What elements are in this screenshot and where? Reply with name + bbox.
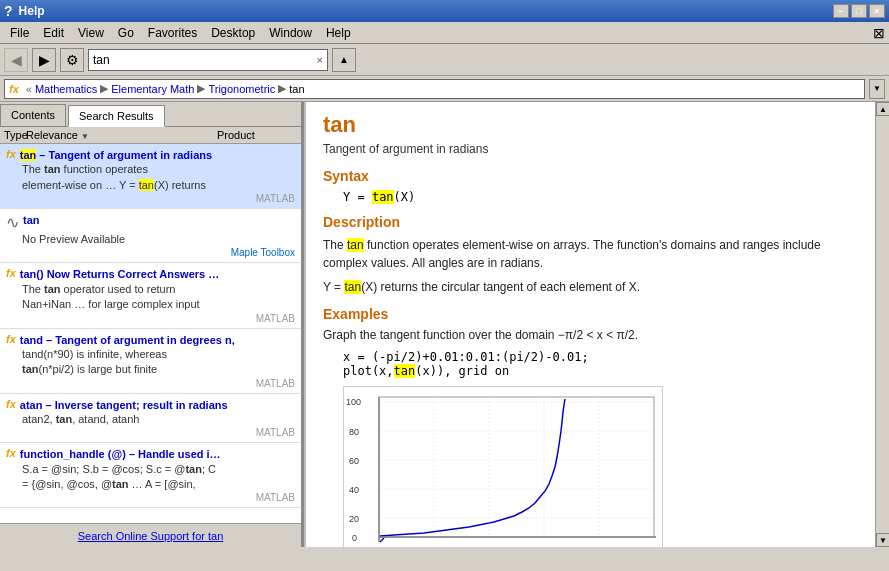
tab-search-results[interactable]: Search Results: [68, 105, 165, 127]
menu-favorites[interactable]: Favorites: [142, 24, 203, 42]
tan-highlight-2: tan: [344, 280, 361, 294]
forward-button[interactable]: ▶: [32, 48, 56, 72]
window-title: Help: [19, 4, 45, 18]
addr-tan: tan: [289, 83, 304, 95]
results-header: Type Relevance ▼ Product: [0, 127, 301, 144]
list-item[interactable]: fx function_handle (@) – Handle used i… …: [0, 443, 301, 508]
svg-text:40: 40: [349, 485, 359, 495]
menu-file[interactable]: File: [4, 24, 35, 42]
result-desc: S.a = @sin; S.b = @cos; S.c = @tan; C = …: [6, 462, 295, 493]
col-product-header: Product: [217, 129, 297, 141]
search-clear-button[interactable]: ×: [317, 54, 323, 66]
online-search-link[interactable]: Search Online Support for tan: [78, 530, 224, 542]
back-button[interactable]: ◀: [4, 48, 28, 72]
fx-icon: fx: [6, 267, 16, 279]
tan-curve-right: [380, 399, 565, 536]
result-source: MATLAB: [6, 313, 295, 324]
svg-text:60: 60: [349, 456, 359, 466]
svg-rect-20: [379, 397, 654, 537]
menu-bar: File Edit View Go Favorites Desktop Wind…: [0, 22, 889, 44]
syntax-heading: Syntax: [323, 168, 859, 184]
syntax-block: Y = tan(X): [343, 190, 859, 204]
address-dropdown-button[interactable]: ▼: [869, 79, 885, 99]
menu-desktop[interactable]: Desktop: [205, 24, 261, 42]
title-bar: ? Help − □ ×: [0, 0, 889, 22]
syntax-highlight: tan: [372, 190, 394, 204]
fx-icon: fx: [6, 447, 16, 459]
result-source: MATLAB: [6, 492, 295, 503]
toolbar: ◀ ▶ ⚙ × ▲: [0, 44, 889, 76]
result-title: atan – Inverse tangent; result in radian…: [20, 398, 228, 412]
result-desc: tand(n*90) is infinite, whereas tan(n*pi…: [6, 347, 295, 378]
svg-text:0: 0: [352, 533, 357, 543]
left-panel: Contents Search Results Type Relevance ▼…: [0, 102, 303, 547]
maximize-button[interactable]: □: [851, 4, 867, 18]
tan-curve-left: [380, 538, 384, 542]
chart-area: 100 80 60 40 20 0: [343, 386, 663, 547]
menu-help[interactable]: Help: [320, 24, 357, 42]
result-title: tan: [23, 213, 40, 227]
tabs: Contents Search Results: [0, 102, 301, 127]
fx-icon: fx: [6, 148, 16, 160]
col-relevance-header[interactable]: Relevance ▼: [26, 129, 209, 141]
examples-heading: Examples: [323, 306, 859, 322]
addr-mathematics[interactable]: Mathematics: [35, 83, 97, 95]
list-item[interactable]: fx tand – Tangent of argument in degrees…: [0, 329, 301, 394]
list-item[interactable]: fx tan() Now Returns Correct Answers … T…: [0, 263, 301, 328]
list-item[interactable]: ∿ tan No Preview Available Maple Toolbox: [0, 209, 301, 263]
sort-arrow-icon: ▼: [81, 132, 89, 141]
results-list: fx tan – Tangent of argument in radians …: [0, 144, 301, 523]
desc-text-1: The tan function operates element-wise o…: [323, 236, 859, 272]
desc-text-2: Y = tan(X) returns the circular tangent …: [323, 278, 859, 296]
addr-elementary-math[interactable]: Elementary Math: [111, 83, 194, 95]
main-area: Contents Search Results Type Relevance ▼…: [0, 102, 889, 547]
result-desc: atan2, tan, atand, atanh: [6, 412, 295, 427]
resize-icon[interactable]: ⊠: [873, 25, 885, 41]
tan-highlight-1: tan: [347, 238, 364, 252]
menu-go[interactable]: Go: [112, 24, 140, 42]
tan-chart: 100 80 60 40 20 0: [344, 387, 664, 547]
scroll-up-button[interactable]: ▲: [332, 48, 356, 72]
page-title: tan: [323, 112, 859, 138]
result-title: tan – Tangent of argument in radians: [20, 148, 212, 162]
code-block: x = (-pi/2)+0.01:0.01:(pi/2)-0.01; plot(…: [343, 350, 859, 378]
menu-view[interactable]: View: [72, 24, 110, 42]
window-controls: − □ ×: [833, 4, 885, 18]
result-source: MATLAB: [6, 427, 295, 438]
addr-trigonometric[interactable]: Trigonometric: [208, 83, 275, 95]
right-panel: tan Tangent of argument in radians Synta…: [307, 102, 875, 547]
svg-text:20: 20: [349, 514, 359, 524]
menu-edit[interactable]: Edit: [37, 24, 70, 42]
result-title: tan() Now Returns Correct Answers …: [20, 267, 219, 281]
result-desc: No Preview Available: [6, 232, 295, 247]
right-scrollbar: ▲ ▼: [875, 102, 889, 547]
tab-contents[interactable]: Contents: [0, 104, 66, 126]
fx-icon: fx: [6, 398, 16, 410]
code-highlight: tan: [394, 364, 416, 378]
result-desc: The tan function operates element-wise o…: [6, 162, 295, 193]
settings-button[interactable]: ⚙: [60, 48, 84, 72]
list-item[interactable]: fx atan – Inverse tangent; result in rad…: [0, 394, 301, 444]
fx-icon: fx: [9, 83, 19, 95]
minimize-button[interactable]: −: [833, 4, 849, 18]
address-bar: fx « Mathematics ▶ Elementary Math ▶ Tri…: [0, 76, 889, 102]
col-type-header: Type: [4, 129, 18, 141]
bottom-bar: Search Online Support for tan: [0, 523, 301, 547]
menu-window[interactable]: Window: [263, 24, 318, 42]
result-title: tand – Tangent of argument in degrees n,: [20, 333, 235, 347]
close-button[interactable]: ×: [869, 4, 885, 18]
examples-intro: Graph the tangent function over the doma…: [323, 328, 859, 342]
list-item[interactable]: fx tan – Tangent of argument in radians …: [0, 144, 301, 209]
description-heading: Description: [323, 214, 859, 230]
scroll-down-btn[interactable]: ▼: [876, 533, 889, 547]
page-subtitle: Tangent of argument in radians: [323, 142, 859, 156]
svg-text:100: 100: [346, 397, 361, 407]
tan-symbol-icon: ∿: [6, 213, 19, 232]
result-desc: The tan operator used to return Nan+iNan…: [6, 282, 295, 313]
result-source: MATLAB: [6, 193, 295, 204]
scroll-up-btn[interactable]: ▲: [876, 102, 889, 116]
svg-text:80: 80: [349, 427, 359, 437]
result-title: function_handle (@) – Handle used i…: [20, 447, 221, 461]
search-input[interactable]: [93, 53, 317, 67]
scroll-track[interactable]: [876, 116, 889, 533]
